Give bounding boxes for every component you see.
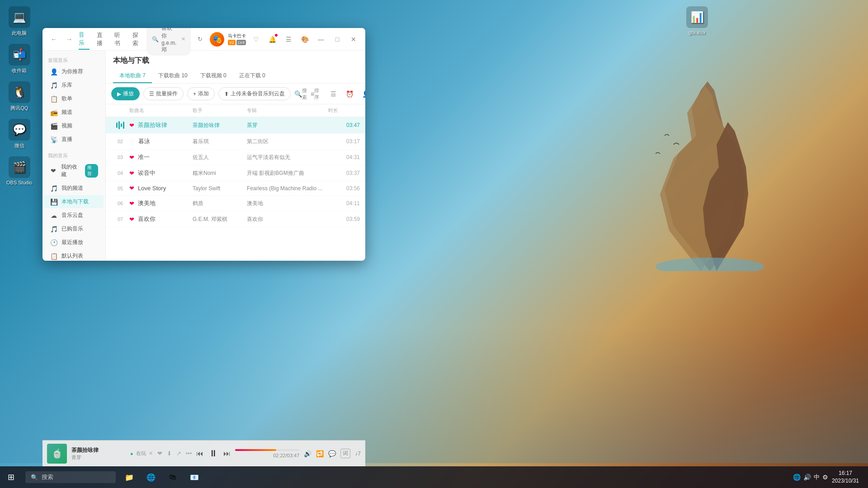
sidebar-item-recommended[interactable]: 👤 为你推荐 <box>44 65 104 78</box>
notifications-button[interactable]: 🔔 <box>266 33 278 46</box>
comments-icon[interactable]: 💬 <box>328 450 336 457</box>
dismiss-status-btn[interactable]: ✕ <box>149 450 153 456</box>
play-icon: ▶ <box>117 91 121 97</box>
refresh-button[interactable]: ↻ <box>194 33 206 46</box>
upload-button[interactable]: ⬆ 上传未备份音乐到云盘 <box>218 87 291 100</box>
song-row[interactable]: ❤ 茶颜拾咏律 茶颜拾咏律 茶芽 03:47 <box>106 117 365 134</box>
forward-button[interactable]: → <box>63 33 75 46</box>
heart-empty-icon[interactable]: ♡ <box>129 138 135 145</box>
player-more-icon[interactable]: ••• <box>186 450 192 457</box>
menu-button[interactable]: ☰ <box>282 33 295 46</box>
desktop-icon-qq[interactable]: 🐧 腾讯QQ <box>5 80 34 113</box>
timer-button[interactable]: ⏰ <box>343 88 356 100</box>
tab-local-songs[interactable]: 本地歌曲 7 <box>113 69 152 83</box>
favorite-button[interactable]: ♡ <box>250 33 262 46</box>
heart-filled-icon[interactable]: ❤ <box>129 200 134 207</box>
desktop-icon-obs[interactable]: 🎬 OBS Studio <box>5 155 34 187</box>
minimize-button[interactable]: — <box>315 33 327 46</box>
sidebar-item-live[interactable]: 📡 直播 <box>44 133 104 146</box>
taskbar-clock[interactable]: 16:17 2023/10/31 <box>832 469 863 485</box>
heart-filled-icon[interactable]: ❤ <box>129 185 134 192</box>
song-row[interactable]: 03 ❤ 准一 佐五人 运气平淡若有似无 04:31 <box>106 150 365 165</box>
user-avatar[interactable]: 🎭 <box>210 32 224 47</box>
nav-tab-live[interactable]: 直播 <box>97 29 107 49</box>
view-list-button[interactable]: ☰ <box>327 88 340 100</box>
song-duration: 03:47 <box>328 122 360 128</box>
tab-downloading[interactable]: 正在下载 0 <box>233 69 272 83</box>
sidebar-item-my-channel[interactable]: 🎵 我的频道 <box>44 182 104 195</box>
prev-button[interactable]: ⏮ <box>196 450 203 458</box>
desktop-icon-wechat[interactable]: 💬 微信 <box>5 117 34 151</box>
now-playing-title: 茶颜拾咏律 <box>71 446 126 454</box>
player-share-icon[interactable]: ↗ <box>176 450 181 457</box>
song-row[interactable]: 04 ❤ 诶音中 糯米Nomi 开端 影视剧BGM推广曲 03:37 <box>106 165 365 181</box>
taskbar-tray: 🌐 🔊 中 ⚙ 16:17 2023/10/31 <box>788 469 868 485</box>
taskbar-edge[interactable]: 🌐 <box>141 467 161 487</box>
play-all-button[interactable]: ▶ 播放 <box>111 87 140 100</box>
song-row[interactable]: 05 ❤ Love Story Taylor Swift Fearless (B… <box>106 181 365 196</box>
heart-filled-icon[interactable]: ❤ <box>129 154 134 161</box>
player-heart-icon[interactable]: ❤ <box>157 450 162 457</box>
tray-network-icon[interactable]: 🌐 <box>793 474 801 481</box>
taskbar-search[interactable]: 🔍 搜索 <box>25 471 116 483</box>
sidebar-item-recent[interactable]: 🕐 最近播放 <box>44 236 104 249</box>
player-download-icon[interactable]: ⬇ <box>167 450 172 457</box>
start-button[interactable]: ⊞ <box>0 466 22 488</box>
sidebar-item-default-list[interactable]: 📋 默认列表 <box>44 249 104 261</box>
close-button[interactable]: ✕ <box>347 33 360 46</box>
progress-area: 02:22/03:47 <box>235 449 299 458</box>
taskbar-apps: 📁 🌐 🛍 📧 <box>119 467 788 487</box>
taskbar-file-explorer[interactable]: 📁 <box>119 467 139 487</box>
next-button[interactable]: ⏭ <box>223 450 231 458</box>
sidebar-item-cloud[interactable]: ☁ 音乐云盘 <box>44 209 104 222</box>
user-button[interactable]: 👤 <box>359 88 365 100</box>
search-clear-btn[interactable]: ✕ <box>181 36 185 42</box>
song-row[interactable]: 07 ❤ 喜欢你 G.E.M. 邓紫棋 喜欢你 03:59 <box>106 211 365 227</box>
batch-op-button[interactable]: ☰ 批量操作 <box>143 87 184 100</box>
desktop-icon-mail[interactable]: 📬 收件箱 <box>5 42 34 76</box>
tray-lang-indicator[interactable]: 中 <box>814 473 820 481</box>
tab-downloaded-videos[interactable]: 下载视频 0 <box>194 69 233 83</box>
sidebar: 发现音乐 👤 为你推荐 🎵 乐库 📋 歌单 📻 频道 🎬 视频 <box>42 51 106 261</box>
tab-downloaded-songs[interactable]: 下载歌曲 10 <box>152 69 194 83</box>
heart-filled-icon[interactable]: ❤ <box>129 122 134 129</box>
desktop-icon-excel[interactable]: 📊 gta.xlsx <box>684 5 710 37</box>
back-button[interactable]: ← <box>48 33 60 46</box>
sidebar-item-my-collection[interactable]: ❤ 我的收藏 推荐 <box>44 160 104 181</box>
taskbar-store[interactable]: 🛍 <box>163 467 183 487</box>
volume-icon[interactable]: 🔊 <box>304 450 311 457</box>
lyrics-button[interactable]: 词 <box>340 449 350 458</box>
song-album[interactable]: 茶芽 <box>247 122 328 129</box>
sidebar-item-purchased[interactable]: 🎵 已购音乐 <box>44 222 104 235</box>
heart-filled-icon[interactable]: ❤ <box>129 170 134 177</box>
tray-volume-icon[interactable]: 🔊 <box>803 474 811 481</box>
progress-bar[interactable] <box>235 449 299 451</box>
list-view-icon: ☰ <box>330 90 336 98</box>
skin-button[interactable]: 🎨 <box>298 33 311 46</box>
search-button[interactable]: 🔍 搜索 <box>294 88 307 100</box>
page-title: 本地与下载 <box>113 56 358 66</box>
sidebar-item-playlist[interactable]: 📋 歌单 <box>44 92 104 105</box>
nav-tab-music[interactable]: 音乐 <box>79 29 89 50</box>
heart-filled-icon[interactable]: ❤ <box>129 216 134 223</box>
song-artist[interactable]: 茶颜拾咏律 <box>193 122 247 129</box>
song-row[interactable]: 02 ♡ 暮泳 暮乐琪 第二街区 03:17 <box>106 134 365 150</box>
pause-button[interactable]: ⏸ <box>209 448 218 459</box>
nav-tab-book[interactable]: 听书 <box>114 29 125 49</box>
sidebar-item-channel[interactable]: 📻 频道 <box>44 106 104 119</box>
maximize-button[interactable]: □ <box>331 33 344 46</box>
tray-settings-icon[interactable]: ⚙ <box>822 474 828 481</box>
sidebar-item-video[interactable]: 🎬 视频 <box>44 119 104 132</box>
taskbar-mail[interactable]: 📧 <box>184 467 204 487</box>
nav-tab-explore[interactable]: 探索 <box>132 29 143 49</box>
sidebar-item-library[interactable]: 🎵 乐库 <box>44 79 104 92</box>
song-row[interactable]: 06 ❤ 澳美地 鹤质 澳美地 04:11 <box>106 196 365 211</box>
sidebar-item-local-download[interactable]: 💾 本地与下载 <box>44 195 104 208</box>
loop-icon[interactable]: 🔁 <box>316 450 324 457</box>
add-button[interactable]: + 添加 <box>187 87 215 100</box>
search-icon: 🔍 <box>31 474 38 481</box>
song-artist: 佐五人 <box>193 154 247 161</box>
playlist-count-button[interactable]: ♪7 <box>355 450 361 457</box>
sort-button[interactable]: ≡ 排序 <box>311 88 323 100</box>
desktop-icon-computer[interactable]: 💻 此电脑 <box>5 5 34 38</box>
